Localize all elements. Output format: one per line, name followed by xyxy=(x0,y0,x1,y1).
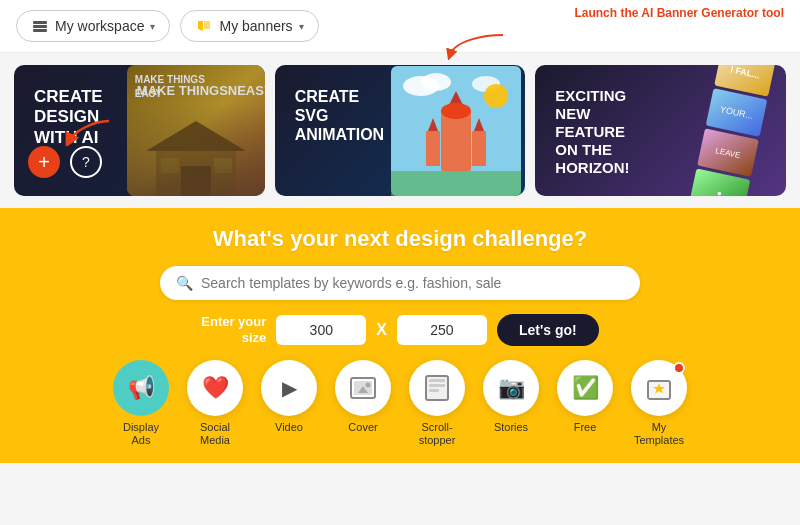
annotation-arrow-icon xyxy=(445,30,505,60)
svg-marker-4 xyxy=(146,121,246,151)
category-cover[interactable]: Cover xyxy=(331,360,395,434)
card1-arrow-icon xyxy=(64,116,114,146)
free-icon: ✅ xyxy=(557,360,613,416)
svg-rect-27 xyxy=(429,384,445,387)
svg-point-20 xyxy=(484,84,508,108)
social-media-icon: ❤️ xyxy=(187,360,243,416)
svg-rect-0 xyxy=(33,21,47,24)
svg-rect-1 xyxy=(33,25,47,28)
question-button[interactable]: ? xyxy=(70,146,102,178)
photo-stack-area: I FAL... YOUR... LEAVE ● xyxy=(653,65,786,196)
search-icon: 🔍 xyxy=(176,275,193,291)
yellow-section: What's your next design challenge? 🔍 Ent… xyxy=(0,208,800,463)
yellow-title: What's your next design challenge? xyxy=(213,226,587,252)
svg-rect-6 xyxy=(161,158,179,173)
cover-icon xyxy=(335,360,391,416)
annotation-wrap: Launch the AI Banner Generator tool xyxy=(574,6,784,20)
category-scrollstopper[interactable]: Scroll-stopper xyxy=(405,360,469,447)
svg-rect-2 xyxy=(33,29,47,32)
templates-badge xyxy=(673,362,685,374)
my-templates-icon xyxy=(631,360,687,416)
display-ads-label: DisplayAds xyxy=(123,421,159,447)
svg-rect-26 xyxy=(429,379,445,382)
social-media-label: SocialMedia xyxy=(200,421,230,447)
lets-go-button[interactable]: Let's go! xyxy=(497,314,599,346)
category-video[interactable]: ▶ Video xyxy=(257,360,321,434)
my-templates-label: MyTemplates xyxy=(634,421,684,447)
scrollstopper-icon xyxy=(409,360,465,416)
width-input[interactable] xyxy=(276,315,366,345)
workspace-icon xyxy=(31,17,49,35)
banners-label: My banners xyxy=(219,18,292,34)
svg-rect-19 xyxy=(391,171,521,196)
category-social-media[interactable]: ❤️ SocialMedia xyxy=(183,360,247,447)
display-ads-icon: 📢 xyxy=(113,360,169,416)
card1-action-buttons: + ? xyxy=(28,146,102,178)
svg-rect-28 xyxy=(429,389,439,392)
house-illustration xyxy=(127,116,265,196)
banners-icon xyxy=(195,17,213,35)
video-label: Video xyxy=(275,421,303,434)
plus-button[interactable]: + xyxy=(28,146,60,178)
annotation-text: Launch the AI Banner Generator tool xyxy=(574,6,784,20)
stories-icon: 📷 xyxy=(483,360,539,416)
banner-card-ai[interactable]: CREATEDESIGNWITH AI MAKE THINGSEASY xyxy=(14,65,265,196)
svg-rect-12 xyxy=(441,111,471,171)
svg-point-14 xyxy=(441,103,471,119)
svg-point-10 xyxy=(421,73,451,91)
category-free[interactable]: ✅ Free xyxy=(553,360,617,434)
video-icon: ▶ xyxy=(261,360,317,416)
height-input[interactable] xyxy=(397,315,487,345)
category-stories[interactable]: 📷 Stories xyxy=(479,360,543,434)
svg-rect-15 xyxy=(426,131,440,166)
cover-label: Cover xyxy=(348,421,377,434)
svg-rect-5 xyxy=(181,166,211,196)
workspace-button[interactable]: My workspace ▾ xyxy=(16,10,170,42)
scrollstopper-label: Scroll-stopper xyxy=(419,421,456,447)
banners-button[interactable]: My banners ▾ xyxy=(180,10,318,42)
size-x-separator: X xyxy=(376,321,387,339)
workspace-chevron: ▾ xyxy=(150,21,155,32)
size-label: Enter yoursize xyxy=(201,314,266,345)
search-input[interactable] xyxy=(201,275,624,291)
workspace-label: My workspace xyxy=(55,18,144,34)
banner-ai-overlay: MAKE THINGSEASY xyxy=(127,65,265,196)
stories-label: Stories xyxy=(494,421,528,434)
search-bar: 🔍 xyxy=(160,266,640,300)
banner-row: CREATEDESIGNWITH AI MAKE THINGSEASY xyxy=(0,53,800,208)
category-my-templates[interactable]: MyTemplates xyxy=(627,360,691,447)
banners-chevron: ▾ xyxy=(299,21,304,32)
free-label: Free xyxy=(574,421,597,434)
size-row: Enter yoursize X Let's go! xyxy=(201,314,598,346)
svg-point-24 xyxy=(366,383,371,388)
header: My workspace ▾ My banners ▾ Launch the A… xyxy=(0,0,800,53)
banner-feature-text: EXCITINGNEWFEATUREON THEHORIZON! xyxy=(545,77,639,187)
svg-illustration xyxy=(387,65,525,196)
svg-rect-3 xyxy=(156,151,236,196)
banner-card-feature[interactable]: EXCITINGNEWFEATUREON THEHORIZON! I FAL..… xyxy=(535,65,786,196)
svg-rect-7 xyxy=(214,158,232,173)
categories-row: 📢 DisplayAds ❤️ SocialMedia ▶ Video xyxy=(99,360,701,447)
svg-rect-17 xyxy=(472,131,486,166)
banner-svg-text: CREATESVGANIMATION xyxy=(285,77,394,155)
category-display-ads[interactable]: 📢 DisplayAds xyxy=(109,360,173,447)
banner-card-svg[interactable]: CREATESVGANIMATION xyxy=(275,65,526,196)
